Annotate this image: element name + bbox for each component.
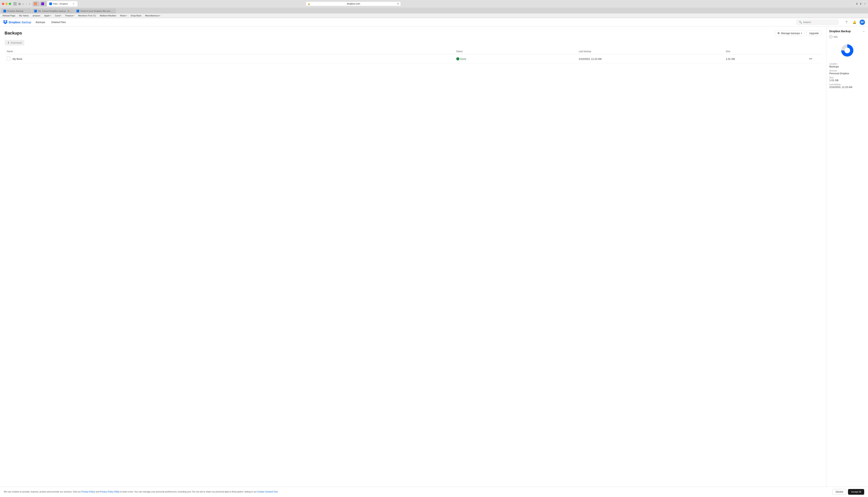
chevron-down-icon: ▾ xyxy=(159,15,160,17)
help-button[interactable]: ? xyxy=(844,19,849,25)
table-row: My Book ✓ Done 2/10/2023, 11:23 AM 1.01 … xyxy=(4,55,822,63)
nav-icons: ? 🔔 BP xyxy=(844,19,865,25)
bookmark-members-first-cu[interactable]: Members First CU xyxy=(77,14,97,17)
address-bar[interactable]: 🔒 dropbox.com ↺ xyxy=(306,1,401,6)
detail-account: Account Personal Dropbox xyxy=(829,70,865,75)
manage-backups-button[interactable]: ⚙ Manage backups ▾ xyxy=(775,30,805,36)
search-bar[interactable]: 🔍 xyxy=(796,19,838,25)
tab-cancel-dropbox[interactable]: Re: Cancel DropBox backup - Dropbox Comm… xyxy=(32,9,74,14)
panel-close-button[interactable]: → xyxy=(862,29,865,33)
tab-favicon-yahoo: Y xyxy=(41,2,44,5)
chevron-down-icon: ▾ xyxy=(801,32,802,34)
file-table: Name Status Last backup Size xyxy=(4,48,822,63)
refresh-button[interactable]: ↺ xyxy=(397,2,399,5)
file-icon-fold xyxy=(9,57,10,58)
bookmark-amazon[interactable]: amazon xyxy=(32,14,41,17)
tab-title-files: Files - Dropbox xyxy=(53,3,71,5)
cookie-text: We use cookies to provide, improve, prot… xyxy=(4,490,829,493)
column-header-name: Name xyxy=(4,48,454,55)
column-header-status: Status xyxy=(454,48,577,55)
last-backup-value: 2/10/2023, 11:23 AM xyxy=(829,86,865,88)
dropbox-logo[interactable]: Dropbox Backup xyxy=(3,20,31,25)
size-label: Size xyxy=(829,76,865,79)
detail-size: Size 1.01 GB xyxy=(829,76,865,82)
tab-lk[interactable]: LK xyxy=(32,1,39,6)
search-input[interactable] xyxy=(803,21,836,24)
file-name-content: My Book xyxy=(7,57,452,61)
tab-yahoo[interactable]: Y xyxy=(40,1,47,6)
nav-backups-link[interactable]: Backups xyxy=(34,20,47,24)
more-options-button[interactable]: ••• xyxy=(808,56,814,61)
chevron-down-icon: ▾ xyxy=(50,15,51,17)
panel-title: Dropbox Backup xyxy=(829,30,851,33)
bookmark-snap-back[interactable]: Snap Back xyxy=(130,14,142,17)
apps-grid-icon[interactable]: ⊞ xyxy=(18,2,21,6)
privacy-policy-faqs-link[interactable]: Privacy Policy FAQs xyxy=(100,491,120,493)
info-row: i Info xyxy=(829,35,865,38)
minimize-window-button[interactable] xyxy=(5,3,8,5)
tab-dropbox-backup[interactable]: Dropbox Backup xyxy=(1,9,32,14)
chevron-down-icon: ▾ xyxy=(126,15,127,17)
bookmark-carol[interactable]: Carol ▾ xyxy=(54,14,62,17)
dropbox-logo-text: Dropbox xyxy=(9,20,20,24)
right-panel-header: Dropbox Backup → xyxy=(829,29,865,33)
status-done: ✓ Done xyxy=(456,57,574,60)
forward-button[interactable]: › xyxy=(29,2,31,6)
account-label: Account xyxy=(829,70,865,72)
cookie-actions: Decline Accept All xyxy=(833,489,864,494)
share-button[interactable]: ⬆ xyxy=(859,2,862,5)
maximize-window-button[interactable] xyxy=(9,3,11,5)
back-button[interactable]: ‹ xyxy=(25,2,28,6)
notifications-button[interactable]: 🔔 xyxy=(852,19,857,25)
page-header: Backups ⚙ Manage backups ▾ Upgrade xyxy=(4,30,822,36)
bookmark-apple[interactable]: Apple ▾ xyxy=(43,14,52,17)
panel-logo-inner xyxy=(844,47,850,53)
column-header-size: Size xyxy=(724,48,805,55)
bookmark-my-yahoo[interactable]: My Yahoo xyxy=(18,14,30,17)
tab-title-cancel: Re: Cancel DropBox backup - Dropbox Comm… xyxy=(38,10,72,12)
bookmark-news[interactable]: News ▾ xyxy=(119,14,128,17)
tab-title-dropbox-backup: Dropbox Backup xyxy=(7,10,29,12)
upgrade-button[interactable]: Upgrade xyxy=(806,30,822,36)
tab-favicon-cancel xyxy=(34,10,37,12)
address-text: dropbox.com xyxy=(311,2,396,5)
dropbox-icon xyxy=(3,20,8,25)
close-window-button[interactable] xyxy=(2,3,4,5)
sidebar-toggle-button[interactable] xyxy=(13,2,17,5)
download-button[interactable]: ⬇ Download xyxy=(4,40,24,45)
file-size-cell: 1.01 GB xyxy=(724,55,805,63)
traffic-lights[interactable] xyxy=(2,3,11,5)
tab-files-dropbox[interactable]: Files - Dropbox ✕ xyxy=(47,1,77,6)
bookmark-miscellaneous[interactable]: Miscellaneous ▾ xyxy=(144,14,161,17)
tab-check-syncing[interactable]: Check if your Dropbox files are syncing … xyxy=(74,9,116,14)
file-name-cell: My Book xyxy=(4,55,454,63)
download-icon: ⬇ xyxy=(7,41,10,44)
cookie-consent-tool-link[interactable]: Cookie Consent Tool xyxy=(257,491,277,493)
bookmark-reload-page[interactable]: Reload Page xyxy=(2,14,16,17)
avatar[interactable]: BP xyxy=(859,19,865,25)
info-label: Info xyxy=(834,36,838,38)
other-tabs-row: Dropbox Backup Re: Cancel DropBox backup… xyxy=(0,8,868,14)
main-panel: Backups ⚙ Manage backups ▾ Upgrade ⬇ Dow… xyxy=(0,27,826,494)
file-name-text[interactable]: My Book xyxy=(13,57,22,60)
settings-icon: ⚙ xyxy=(777,32,780,35)
downloads-button[interactable]: ⬇ xyxy=(856,2,858,5)
file-icon-shape xyxy=(7,57,10,61)
bookmark-midland-weather[interactable]: Midland Weather xyxy=(99,14,117,17)
bookmark-finance[interactable]: Finance ▾ xyxy=(64,14,75,17)
nav-deleted-files-link[interactable]: Deleted Files xyxy=(50,20,67,24)
decline-button[interactable]: Decline xyxy=(833,489,847,494)
tab-close-files[interactable]: ✕ xyxy=(72,2,75,5)
column-header-last-backup: Last backup xyxy=(576,48,724,55)
dropbox-backup-logo xyxy=(841,44,853,57)
new-tab-button[interactable]: ＋ xyxy=(864,2,866,5)
home-button[interactable]: ⌂ xyxy=(22,2,24,5)
cookie-banner: We use cookies to provide, improve, prot… xyxy=(0,486,868,494)
dropbox-backup-text: Backup xyxy=(22,20,31,24)
right-panel: Dropbox Backup → i Info Location Backups… xyxy=(826,27,868,494)
content-area: Backups ⚙ Manage backups ▾ Upgrade ⬇ Dow… xyxy=(0,27,868,494)
privacy-policy-link[interactable]: Privacy Policy xyxy=(81,491,95,493)
nav-arrows: ‹ › xyxy=(25,2,31,6)
tab-favicon-dropbox-backup xyxy=(3,10,6,12)
accept-all-button[interactable]: Accept All xyxy=(848,489,864,494)
